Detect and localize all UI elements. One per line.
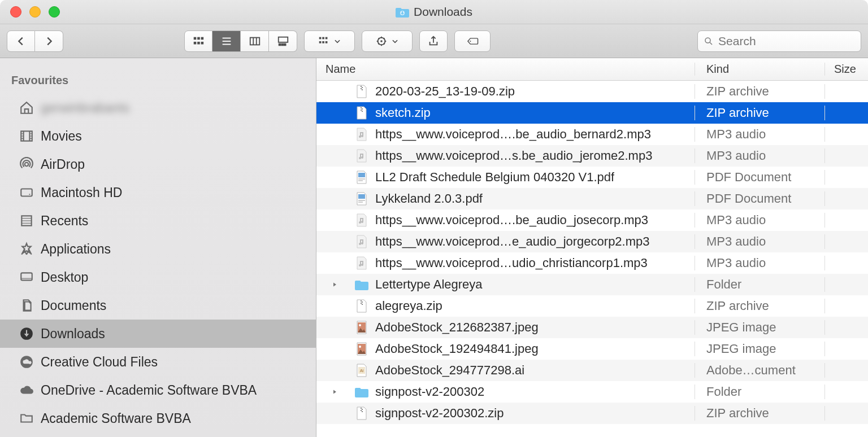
disclosure-triangle-icon[interactable] [331, 388, 338, 395]
svg-rect-62 [361, 300, 362, 301]
svg-rect-52 [361, 107, 362, 108]
window-title: Downloads [414, 5, 472, 19]
sidebar-item-recents[interactable]: Recents [0, 207, 316, 235]
file-name: https__www.voiceprod…udio_christiancorp1… [375, 256, 648, 270]
svg-rect-14 [279, 43, 280, 45]
svg-line-27 [710, 42, 712, 45]
file-row[interactable]: alegreya.zipZIP archive [316, 295, 868, 317]
svg-rect-61 [358, 202, 363, 203]
zoom-button[interactable] [49, 6, 60, 18]
sidebar-item-label: OneDrive - Academic Software BVBA [41, 383, 257, 398]
column-header-kind[interactable]: Kind [695, 63, 825, 76]
file-name: https__www.voiceprod…s.be_audio_jerome2.… [375, 148, 652, 163]
file-row[interactable]: Lettertype AlegreyaFolder [316, 274, 868, 295]
file-row[interactable]: LL2 Draft Schedule Belgium 040320 V1.pdf… [316, 167, 868, 188]
file-row[interactable]: signpost-v2-200302Folder [316, 381, 868, 403]
search-input[interactable] [718, 34, 855, 48]
sidebar-item-desktop[interactable]: Desktop [0, 263, 316, 291]
svg-rect-51 [362, 89, 363, 90]
tags-button[interactable] [454, 30, 491, 52]
zip-icon [355, 106, 368, 120]
sidebar-item-ccf[interactable]: Creative Cloud Files [0, 348, 316, 376]
file-name: signpost-v2-200302 [375, 384, 484, 399]
svg-rect-60 [358, 200, 365, 201]
file-name: Lettertype Alegreya [375, 277, 483, 292]
documents-icon [19, 298, 34, 313]
file-row[interactable]: signpost-v2-200302.zipZIP archive [316, 403, 868, 424]
sidebar-item-label: Applications [41, 242, 111, 257]
column-header-size[interactable]: Size [825, 63, 868, 76]
sidebar-item-documents[interactable]: Documents [0, 291, 316, 320]
svg-point-39 [29, 194, 30, 195]
close-button[interactable] [10, 6, 21, 18]
file-row[interactable]: Lykkeland 2.0.3.pdfPDF Document [316, 188, 868, 209]
svg-rect-50 [361, 88, 362, 89]
file-kind: ZIP archive [695, 299, 825, 313]
file-row[interactable]: https__www.voiceprod….be_audio_bernard2.… [316, 124, 868, 145]
apps-icon [19, 242, 34, 256]
file-row[interactable]: sketch.zipZIP archive [316, 102, 868, 124]
action-menu[interactable] [362, 30, 413, 52]
svg-rect-10 [250, 37, 259, 45]
sidebar-item-label: AirDrop [41, 157, 85, 172]
view-columns-button[interactable] [241, 30, 269, 52]
svg-rect-57 [358, 178, 365, 180]
back-button[interactable] [7, 30, 35, 52]
disclosure-triangle-icon[interactable] [331, 281, 338, 288]
sidebar-item-macintoshhd[interactable]: Macintosh HD [0, 178, 316, 207]
sidebar-item-label: gerwinbrabants [41, 100, 129, 116]
svg-rect-4 [194, 41, 197, 44]
sidebar-item-applications[interactable]: Applications [0, 235, 316, 263]
svg-rect-2 [197, 37, 200, 40]
downloads-icon [19, 326, 34, 341]
svg-rect-64 [361, 303, 362, 304]
audio-icon [355, 213, 368, 227]
view-gallery-button[interactable] [269, 30, 297, 52]
file-row[interactable]: https__www.voiceprod…udio_christiancorp1… [316, 252, 868, 274]
file-row[interactable]: AiAdobeStock_294777298.aiAdobe…cument [316, 360, 868, 381]
sidebar-item-movies[interactable]: Movies [0, 122, 316, 150]
svg-rect-54 [361, 110, 362, 111]
sidebar-item-home[interactable]: gerwinbrabants [0, 94, 316, 122]
svg-rect-74 [361, 410, 362, 411]
svg-rect-1 [194, 37, 197, 40]
svg-rect-19 [326, 37, 328, 39]
svg-rect-3 [201, 37, 204, 40]
file-name: AdobeStock_192494841.jpeg [375, 342, 539, 356]
column-header-name[interactable]: Name [316, 63, 695, 76]
sidebar-item-label: Documents [41, 298, 106, 313]
sidebar: Favourites gerwinbrabantsMoviesAirDropMa… [0, 58, 316, 437]
recents-icon [19, 213, 34, 228]
audio-icon [355, 256, 368, 270]
file-row[interactable]: https__www.voiceprod…s.be_audio_jerome2.… [316, 145, 868, 167]
forward-button[interactable] [35, 30, 63, 52]
sidebar-item-asb[interactable]: Academic Software BVBA [0, 404, 316, 432]
file-row[interactable]: AdobeStock_212682387.jpegJPEG image [316, 317, 868, 338]
arrange-menu[interactable] [304, 30, 355, 52]
file-row[interactable]: 2020-03-25_13-19-09.zipZIP archive [316, 81, 868, 102]
file-name: https__www.voiceprod….be_audio_josecorp.… [375, 213, 648, 228]
search-box[interactable] [697, 30, 861, 52]
file-name: https__www.voiceprod…e_audio_jorgecorp2.… [375, 234, 650, 249]
svg-rect-22 [326, 41, 328, 43]
sidebar-item-airdrop[interactable]: AirDrop [0, 150, 316, 178]
file-name: LL2 Draft Schedule Belgium 040320 V1.pdf [375, 170, 614, 185]
file-row[interactable]: https__www.voiceprod…e_audio_jorgecorp2.… [316, 231, 868, 252]
file-kind: JPEG image [695, 342, 825, 356]
file-row[interactable]: https__www.voiceprod….be_audio_josecorp.… [316, 209, 868, 231]
share-button[interactable] [419, 30, 448, 52]
desktop-icon [19, 270, 34, 285]
view-icons-button[interactable] [184, 30, 212, 52]
sidebar-item-downloads[interactable]: Downloads [0, 320, 316, 348]
svg-point-26 [705, 37, 710, 42]
file-row[interactable]: AdobeStock_192494841.jpegJPEG image [316, 338, 868, 360]
ai-icon: Ai [355, 364, 368, 377]
cc-icon [19, 355, 34, 369]
sidebar-item-onedrive[interactable]: OneDrive - Academic Software BVBA [0, 376, 316, 404]
minimize-button[interactable] [29, 6, 41, 18]
svg-rect-44 [21, 273, 32, 280]
view-list-button[interactable] [212, 30, 241, 52]
file-kind: MP3 audio [695, 234, 825, 249]
audio-icon [355, 235, 368, 248]
zip-icon [355, 299, 368, 313]
